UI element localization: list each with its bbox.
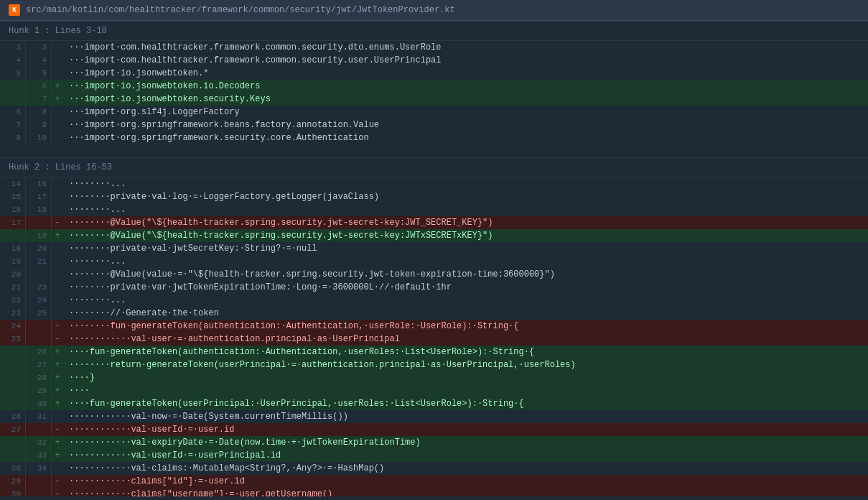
diff-sign: +	[52, 229, 63, 242]
line-num-new: 27	[26, 358, 52, 371]
diff-content: ············val·userId·=·user.id	[63, 423, 868, 436]
diff-line: 29-············claims["id"]·=·user.id	[0, 475, 868, 488]
diff-content: ············val·now·=·Date(System.curren…	[63, 410, 868, 423]
line-num-old: 20	[0, 268, 26, 281]
diff-sign: -	[52, 423, 63, 436]
diff-sign: +	[52, 397, 63, 410]
diff-line: 24-········fun·generateToken(authenticat…	[0, 320, 868, 333]
line-num-old: 30	[0, 488, 26, 496]
diff-content: ····fun·generateToken(authentication:·Au…	[63, 346, 868, 358]
diff-content: ········@Value("\${health-tracker.spring…	[63, 229, 868, 242]
diff-content: ···import·io.jsonwebtoken.io.Decoders	[63, 80, 868, 93]
diff-content: ····}	[63, 371, 868, 384]
diff-content: ············val·claims:·MutableMap<Strin…	[63, 462, 868, 475]
diff-content: ····fun·generateToken(userPrincipal:·Use…	[63, 397, 868, 410]
line-num-old: 17	[0, 216, 26, 229]
diff-line: 2123········private·var·jwtTokenExpirati…	[0, 281, 868, 294]
diff-content: ············val·user·=·authentication.pr…	[63, 333, 868, 346]
diff-sign: +	[52, 436, 63, 449]
line-num-old: 18	[0, 242, 26, 255]
diff-sign: +	[52, 371, 63, 384]
line-num-new: 7	[26, 93, 52, 106]
diff-line: 32+············val·expiryDate·=·Date(now…	[0, 436, 868, 449]
diff-sign	[52, 190, 63, 203]
diff-line: 30+····fun·generateToken(userPrincipal:·…	[0, 397, 868, 410]
diff-sign: +	[52, 346, 63, 358]
diff-line: 1921········...	[0, 255, 868, 268]
line-num-new: 21	[26, 255, 52, 268]
hunk2-lines: 1416········...1517········private·val·l…	[0, 177, 868, 496]
line-num-new: 24	[26, 294, 52, 307]
diff-line: 1416········...	[0, 177, 868, 190]
hunk1-header: Hunk 1 : Lines 3-10	[0, 21, 868, 41]
diff-line: 44···import·com.healthtracker.framework.…	[0, 54, 868, 67]
line-num-new	[26, 423, 52, 436]
line-num-new: 9	[26, 119, 52, 131]
line-num-new: 31	[26, 410, 52, 423]
line-num-old	[0, 436, 26, 449]
diff-sign	[52, 255, 63, 268]
diff-line: 1820········private·val·jwtSecretKey:·St…	[0, 242, 868, 255]
line-num-new: 3	[26, 41, 52, 54]
line-num-old: 27	[0, 423, 26, 436]
diff-line: 19+········@Value("\${health-tracker.spr…	[0, 229, 868, 242]
line-num-old: 25	[0, 333, 26, 346]
diff-line: 2631············val·now·=·Date(System.cu…	[0, 410, 868, 423]
line-num-new: 6	[26, 80, 52, 93]
hunk2-header: Hunk 2 : Lines 16-53	[0, 157, 868, 177]
diff-sign	[52, 294, 63, 307]
diff-content: ···import·com.healthtracker.framework.co…	[63, 41, 868, 54]
line-num-old: 16	[0, 203, 26, 216]
line-num-new: 10	[26, 131, 52, 144]
diff-line: 20········@Value(value·=·"\${health-trac…	[0, 268, 868, 281]
diff-line: 1517········private·val·log·=·LoggerFact…	[0, 190, 868, 203]
line-num-old: 3	[0, 41, 26, 54]
diff-content: ········@Value("\${health-tracker.spring…	[63, 216, 868, 229]
diff-sign	[52, 203, 63, 216]
line-num-old: 4	[0, 54, 26, 67]
line-num-new: 33	[26, 449, 52, 462]
line-num-old: 29	[0, 475, 26, 488]
diff-sign	[52, 462, 63, 475]
diff-content: ···import·com.healthtracker.framework.co…	[63, 54, 868, 67]
diff-sign	[52, 307, 63, 320]
line-num-old	[0, 397, 26, 410]
diff-line: 28+····}	[0, 371, 868, 384]
line-num-old	[0, 346, 26, 358]
diff-line: 2834············val·claims:·MutableMap<S…	[0, 462, 868, 475]
diff-line: 27-············val·userId·=·user.id	[0, 423, 868, 436]
diff-content: ········fun·generateToken(authentication…	[63, 320, 868, 333]
diff-container[interactable]: Hunk 1 : Lines 3-10 33···import·com.heal…	[0, 21, 868, 496]
line-num-new: 23	[26, 281, 52, 294]
diff-line: 33···import·com.healthtracker.framework.…	[0, 41, 868, 54]
line-num-new: 20	[26, 242, 52, 255]
diff-line: 30-············claims["username"]·=·user…	[0, 488, 868, 496]
line-num-new: 32	[26, 436, 52, 449]
diff-sign: +	[52, 449, 63, 462]
diff-content: ········private·val·log·=·LoggerFactory.…	[63, 190, 868, 203]
hunk1-lines: 33···import·com.healthtracker.framework.…	[0, 41, 868, 144]
diff-content: ············claims["username"]·=·user.ge…	[63, 488, 868, 496]
line-num-new: 5	[26, 67, 52, 80]
diff-sign: +	[52, 93, 63, 106]
line-num-new: 28	[26, 371, 52, 384]
diff-line: 79···import·org.springframework.beans.fa…	[0, 119, 868, 131]
diff-sign	[52, 54, 63, 67]
diff-line: 29+····	[0, 384, 868, 397]
diff-content: ········//·Generate·the·token	[63, 307, 868, 320]
diff-line: 2325········//·Generate·the·token	[0, 307, 868, 320]
diff-line: 7+···import·io.jsonwebtoken.security.Key…	[0, 93, 868, 106]
line-num-old: 26	[0, 410, 26, 423]
line-num-new: 26	[26, 346, 52, 358]
diff-line: 810···import·org.springframework.securit…	[0, 131, 868, 144]
diff-line: 2224········...	[0, 294, 868, 307]
diff-content: ············val·userId·=·userPrincipal.i…	[63, 449, 868, 462]
line-num-new: 18	[26, 203, 52, 216]
diff-content: ········@Value(value·=·"\${health-tracke…	[63, 268, 868, 281]
line-num-new: 8	[26, 106, 52, 119]
line-num-old: 19	[0, 255, 26, 268]
diff-content: ···import·org.springframework.security.c…	[63, 131, 868, 144]
diff-sign	[52, 41, 63, 54]
line-num-new: 16	[26, 177, 52, 190]
diff-sign: -	[52, 333, 63, 346]
